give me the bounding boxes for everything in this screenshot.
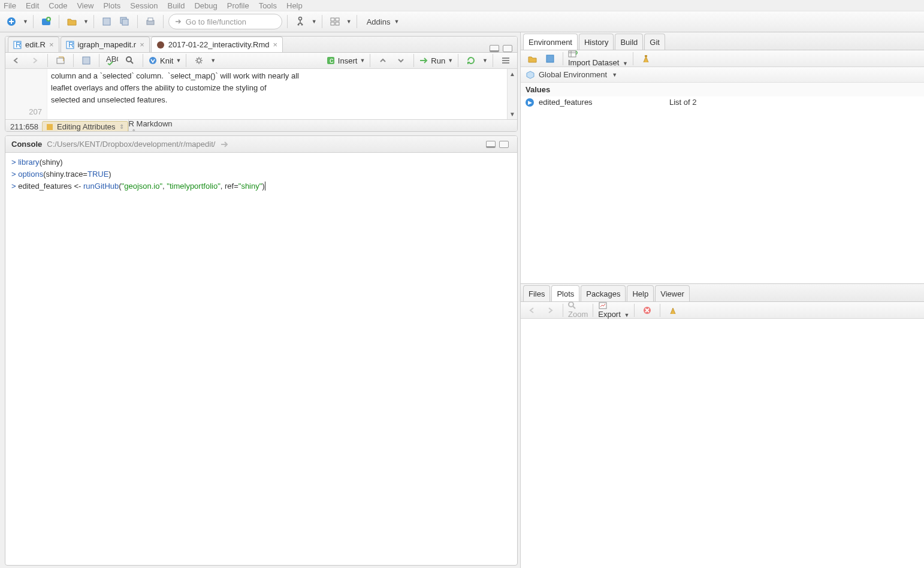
chunk-down-button[interactable] bbox=[393, 53, 409, 68]
find-replace-button[interactable] bbox=[122, 53, 138, 68]
chevron-down-icon[interactable]: ▼ bbox=[312, 19, 317, 25]
tab-files[interactable]: Files bbox=[523, 285, 550, 301]
plot-remove-button[interactable] bbox=[639, 303, 655, 318]
vertical-scrollbar[interactable]: ▲ ▼ bbox=[507, 69, 517, 119]
separator bbox=[593, 304, 593, 317]
scroll-up-icon[interactable]: ▲ bbox=[508, 69, 517, 79]
maximize-pane-button[interactable] bbox=[499, 141, 509, 148]
console-working-dir: C:/Users/KENT/Dropbox/development/r/mape… bbox=[47, 140, 215, 149]
print-button[interactable] bbox=[143, 14, 158, 29]
run-button[interactable]: Run ▼ bbox=[419, 56, 453, 65]
scroll-down-icon[interactable]: ▼ bbox=[508, 109, 517, 119]
forward-button[interactable] bbox=[27, 53, 43, 68]
chevron-down-icon[interactable]: ▼ bbox=[83, 19, 89, 25]
tab-build[interactable]: Build bbox=[615, 34, 643, 50]
addins-menu[interactable]: Addins ▼ bbox=[367, 17, 400, 26]
close-icon[interactable]: × bbox=[49, 40, 54, 49]
tab-packages[interactable]: Packages bbox=[581, 285, 626, 301]
outline-button[interactable] bbox=[498, 53, 514, 68]
svg-rect-5 bbox=[122, 19, 128, 25]
chevron-down-icon[interactable]: ▼ bbox=[482, 58, 488, 64]
editing-mode-indicator[interactable]: Editing Attributes ⇕ bbox=[42, 121, 128, 132]
save-all-button[interactable] bbox=[117, 14, 132, 29]
plot-next-button[interactable] bbox=[542, 303, 558, 318]
tab-history[interactable]: History bbox=[579, 34, 614, 50]
env-row-edited-features[interactable]: ▶ edited_features List of 2 bbox=[521, 96, 924, 108]
menu-plots[interactable]: Plots bbox=[103, 1, 120, 10]
chevron-down-icon: ▼ bbox=[612, 72, 617, 78]
source-tab-interactivity-rmd[interactable]: 2017-01-22_interactivity.Rmd × bbox=[151, 37, 283, 52]
chunk-up-button[interactable] bbox=[375, 53, 391, 68]
back-button[interactable] bbox=[9, 53, 25, 68]
code-area[interactable]: column and a `selected` column. `select_… bbox=[47, 69, 517, 119]
menu-edit[interactable]: Edit bbox=[26, 1, 39, 10]
menu-view[interactable]: View bbox=[77, 1, 93, 10]
env-section-values: Values bbox=[521, 83, 924, 96]
svg-rect-21 bbox=[83, 57, 90, 64]
new-file-button[interactable] bbox=[4, 14, 19, 29]
panes-button[interactable] bbox=[327, 14, 343, 29]
chevron-down-icon[interactable]: ▼ bbox=[346, 19, 352, 25]
separator bbox=[563, 304, 563, 317]
insert-button[interactable]: c Insert ▼ bbox=[326, 56, 365, 65]
svg-point-32 bbox=[569, 302, 573, 307]
console-output[interactable]: > library(shiny) > options(shiny.trace=T… bbox=[5, 153, 517, 565]
document-type[interactable]: R Markdown ⇕ bbox=[128, 119, 512, 132]
close-icon[interactable]: × bbox=[140, 40, 144, 49]
expand-icon[interactable]: ▶ bbox=[526, 98, 534, 107]
clear-env-button[interactable] bbox=[638, 51, 654, 67]
open-env-button[interactable] bbox=[524, 51, 540, 67]
save-env-button[interactable] bbox=[542, 51, 558, 67]
show-new-window-button[interactable] bbox=[53, 53, 68, 68]
source-toolbar: ABC Knit ▼ ▼ c Insert ▼ bbox=[5, 53, 517, 69]
plot-prev-button[interactable] bbox=[524, 303, 540, 318]
menu-help[interactable]: Help bbox=[286, 1, 303, 10]
separator bbox=[93, 15, 94, 28]
tab-help[interactable]: Help bbox=[627, 285, 654, 301]
cursor-position: 211:658 bbox=[10, 122, 38, 131]
close-icon[interactable]: × bbox=[273, 40, 278, 49]
plot-export-button[interactable]: Export ▼ bbox=[598, 301, 629, 319]
source-editor[interactable]: 207 column and a `selected` column. `sel… bbox=[5, 69, 517, 119]
maximize-pane-button[interactable] bbox=[503, 45, 512, 52]
save-button[interactable] bbox=[99, 14, 114, 29]
separator bbox=[143, 54, 143, 67]
vcs-button[interactable] bbox=[292, 14, 308, 29]
minimize-pane-button[interactable] bbox=[490, 45, 499, 52]
tab-viewer[interactable]: Viewer bbox=[655, 285, 690, 301]
menu-tools[interactable]: Tools bbox=[259, 1, 277, 10]
env-scope-selector[interactable]: Global Environment ▼ bbox=[521, 67, 924, 83]
goto-dir-icon[interactable] bbox=[220, 140, 230, 149]
new-project-button[interactable] bbox=[38, 14, 54, 29]
menu-debug[interactable]: Debug bbox=[194, 1, 217, 10]
plot-zoom-button[interactable]: Zoom bbox=[568, 301, 588, 319]
tab-environment[interactable]: Environment bbox=[523, 34, 578, 50]
separator bbox=[59, 15, 59, 28]
gear-button[interactable] bbox=[191, 53, 207, 68]
tab-git[interactable]: Git bbox=[644, 34, 665, 50]
spellcheck-button[interactable]: ABC bbox=[104, 53, 120, 68]
env-toolbar: Import Dataset ▼ bbox=[521, 50, 924, 67]
open-file-button[interactable] bbox=[64, 14, 80, 29]
goto-file-function-input[interactable]: Go to file/function bbox=[168, 14, 282, 29]
source-tab-igraph-mapedit[interactable]: R igraph_mapedit.r × bbox=[61, 37, 150, 52]
source-tab-edit-r[interactable]: R edit.R × bbox=[8, 37, 59, 52]
menu-code[interactable]: Code bbox=[49, 1, 67, 10]
rerun-button[interactable] bbox=[463, 53, 479, 68]
svg-rect-13 bbox=[331, 22, 334, 25]
import-dataset-button[interactable]: Import Dataset ▼ bbox=[568, 50, 628, 67]
r-file-icon: R bbox=[66, 41, 74, 49]
plot-clear-all-button[interactable] bbox=[665, 303, 681, 318]
chevron-down-icon[interactable]: ▼ bbox=[23, 19, 28, 25]
menu-file[interactable]: File bbox=[4, 1, 16, 10]
menu-build[interactable]: Build bbox=[168, 1, 185, 10]
menu-session[interactable]: Session bbox=[130, 1, 158, 10]
chevron-down-icon[interactable]: ▼ bbox=[210, 58, 216, 64]
knit-button[interactable]: Knit ▼ bbox=[148, 56, 181, 65]
tab-plots[interactable]: Plots bbox=[551, 285, 579, 301]
save-source-button[interactable] bbox=[78, 53, 94, 68]
menu-profile[interactable]: Profile bbox=[227, 1, 249, 10]
svg-point-8 bbox=[298, 17, 301, 20]
minimize-pane-button[interactable] bbox=[486, 141, 496, 148]
menubar: File Edit Code View Plots Session Build … bbox=[0, 0, 924, 11]
